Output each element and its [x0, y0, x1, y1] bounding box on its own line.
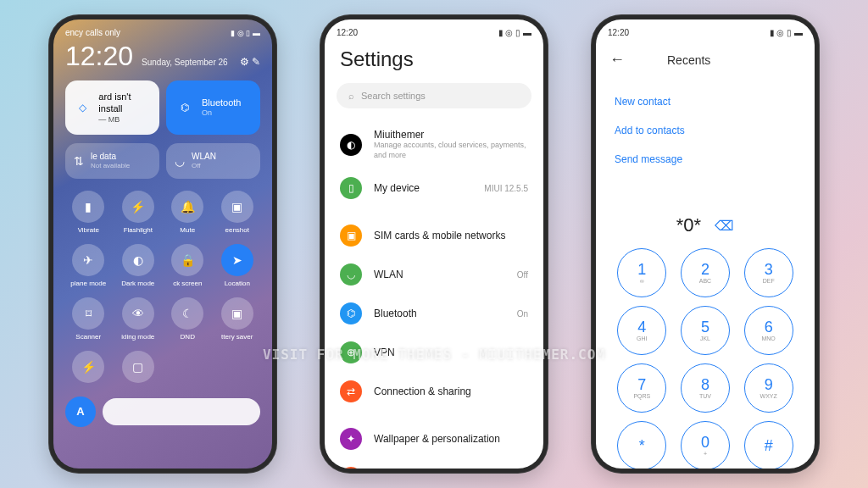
- key-7[interactable]: 7PQRS: [617, 363, 666, 413]
- key-#[interactable]: #: [744, 421, 793, 469]
- wlan-row[interactable]: ◡WLANOff: [325, 255, 543, 294]
- sim-row[interactable]: ▣SIM cards & mobile networks: [325, 216, 543, 255]
- quick-tile-ck-screen[interactable]: 🔒ck screen: [164, 241, 211, 291]
- phone-control-center: ency calls only ▮ ◎ ▯ ▬ 12:20 Sunday, Se…: [48, 14, 277, 474]
- bluetooth-icon: ⌬: [340, 302, 362, 324]
- tile-icon: ✈: [72, 244, 104, 276]
- action-send-message[interactable]: Send message: [615, 145, 796, 174]
- avatar-icon: ◐: [340, 134, 362, 156]
- tile-icon: 🔔: [171, 191, 203, 223]
- phone-icon: ▯: [340, 177, 362, 199]
- quick-tile-Vibrate[interactable]: ▮Vibrate: [65, 187, 112, 237]
- key-6[interactable]: 6MNO: [744, 306, 793, 355]
- tile-icon: ☾: [171, 297, 203, 330]
- quick-tile-Mute[interactable]: 🔔Mute: [164, 187, 211, 237]
- tile-icon: 🔒: [171, 244, 203, 276]
- clock: 12:20: [608, 28, 629, 37]
- tile-icon: ⚡: [72, 351, 104, 383]
- search-icon: ⌕: [348, 91, 354, 101]
- quick-tile-Flashlight[interactable]: ⚡Flashlight: [115, 187, 162, 237]
- brightness-slider[interactable]: [103, 398, 260, 425]
- quick-tile-plane-mode[interactable]: ✈plane mode: [65, 241, 112, 291]
- my-device-row[interactable]: ▯ My device MIUI 12.5.5: [325, 169, 543, 208]
- backspace-button[interactable]: ⌫: [715, 218, 734, 234]
- status-icons: ▮ ◎ ▯ ▬: [231, 29, 260, 37]
- tile-icon: ▢: [122, 351, 154, 383]
- vpn-row[interactable]: ⊕VPN: [325, 333, 543, 372]
- key-8[interactable]: 8TUV: [681, 363, 730, 413]
- phone-dialer: 12:20▮ ◎ ▯ ▬ ← Recents New contactAdd to…: [591, 14, 820, 474]
- key-4[interactable]: 4GHI: [617, 306, 666, 355]
- phone-settings: 12:20▮ ◎ ▯ ▬ Settings ⌕Search settings ◐…: [320, 14, 548, 474]
- aod-row[interactable]: ◉Always-on display & Lock screen: [325, 458, 543, 469]
- quick-tile-ttery-saver[interactable]: ▣ttery saver: [214, 294, 261, 344]
- tile-icon: 👁: [122, 297, 154, 330]
- vpn-icon: ⊕: [340, 341, 362, 363]
- quick-tile-Scanner[interactable]: ⌑Scanner: [65, 294, 112, 344]
- action-new-contact[interactable]: New contact: [615, 87, 796, 116]
- tile-icon: ➤: [221, 244, 253, 276]
- quick-tile[interactable]: ⚡: [65, 347, 112, 390]
- key-3[interactable]: 3DEF: [744, 248, 793, 297]
- auto-brightness-button[interactable]: A: [65, 396, 96, 427]
- status-icons: ▮ ◎ ▯ ▬: [498, 28, 531, 37]
- share-icon: ⇄: [340, 380, 362, 402]
- tile-icon: ⌑: [72, 297, 104, 330]
- bluetooth-tile[interactable]: ⌬ BluetoothOn: [166, 80, 260, 135]
- key-0[interactable]: 0+: [681, 421, 730, 469]
- tile-icon: ◐: [122, 244, 154, 276]
- clock: 12:20: [65, 41, 133, 72]
- page-title: Recents: [667, 53, 710, 67]
- clock: 12:20: [337, 28, 358, 37]
- search-input[interactable]: ⌕Search settings: [337, 83, 531, 108]
- bluetooth-icon: ⌬: [175, 97, 195, 118]
- drop-icon: ◇: [74, 97, 92, 118]
- wallpaper-row[interactable]: ✦Wallpaper & personalization: [325, 419, 543, 458]
- key-*[interactable]: *: [617, 421, 666, 469]
- connection-row[interactable]: ⇄Connection & sharing: [325, 372, 543, 411]
- date: Sunday, September 26: [142, 58, 228, 67]
- key-5[interactable]: 5JKL: [681, 306, 730, 355]
- tile-icon: ▮: [72, 191, 104, 223]
- wlan-tile[interactable]: ◡ WLANOff: [166, 143, 260, 179]
- data-icon: ⇅: [74, 154, 84, 168]
- account-row[interactable]: ◐ MiuithemerManage accounts, cloud servi…: [325, 120, 543, 169]
- key-1[interactable]: 1∞: [617, 248, 666, 297]
- tile-icon: ⚡: [122, 191, 154, 223]
- back-button[interactable]: ←: [609, 51, 625, 69]
- dialed-number: *0*: [676, 214, 701, 236]
- quick-tile-Location[interactable]: ➤Location: [214, 241, 261, 291]
- tile-icon: ▣: [221, 191, 253, 223]
- quick-tile[interactable]: ▢: [115, 347, 162, 390]
- tile-icon: ▣: [221, 297, 253, 330]
- sim-card-tile[interactable]: ◇ ard isn't install— MB: [65, 80, 159, 135]
- wifi-icon: ◡: [340, 263, 362, 286]
- header-icons[interactable]: ⚙ ✎: [240, 56, 260, 68]
- mobile-data-tile[interactable]: ⇅ le dataNot available: [65, 143, 159, 179]
- status-icons: ▮ ◎ ▯ ▬: [770, 28, 803, 37]
- quick-tile-Dark-mode[interactable]: ◐Dark mode: [115, 241, 162, 291]
- action-add-to-contacts[interactable]: Add to contacts: [615, 116, 796, 145]
- page-title: Settings: [325, 41, 543, 83]
- wallpaper-icon: ✦: [340, 428, 362, 450]
- sim-icon: ▣: [340, 225, 362, 247]
- quick-tile-DND[interactable]: ☾DND: [164, 294, 211, 344]
- carrier-text: ency calls only: [65, 28, 120, 37]
- key-2[interactable]: 2ABC: [681, 248, 730, 297]
- bluetooth-row[interactable]: ⌬BluetoothOn: [325, 294, 543, 333]
- quick-tile-eenshot[interactable]: ▣eenshot: [214, 187, 261, 237]
- key-9[interactable]: 9WXYZ: [744, 363, 793, 413]
- lock-icon: ◉: [340, 467, 362, 469]
- wifi-icon: ◡: [175, 154, 185, 168]
- quick-tile-iding-mode[interactable]: 👁iding mode: [115, 294, 162, 344]
